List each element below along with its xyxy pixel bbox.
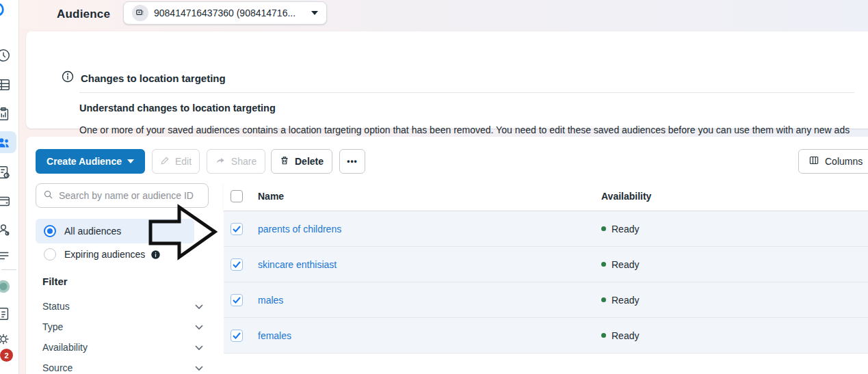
chevron-down-icon [195, 362, 203, 373]
chevron-down-icon [311, 11, 318, 15]
filter-source-label: Source [42, 362, 73, 373]
create-audience-button[interactable]: Create Audience [36, 149, 145, 174]
caret-down-icon [127, 159, 134, 163]
filter-availability[interactable]: Availability [42, 339, 203, 356]
audience-search[interactable] [36, 183, 209, 208]
columns-icon [808, 155, 819, 168]
reports-clipboard-icon[interactable] [0, 107, 12, 123]
info-circle-icon [62, 70, 74, 85]
column-header-availability[interactable]: Availability [601, 191, 868, 202]
trash-icon [280, 155, 289, 168]
radio-all-audiences-label: All audiences [64, 226, 121, 237]
radio-selected-icon [44, 225, 56, 237]
account-selector-value: 908414716437360 (908414716... [154, 8, 306, 18]
search-input[interactable] [59, 190, 201, 201]
delete-button[interactable]: Delete [271, 149, 332, 174]
banner-divider [79, 92, 854, 93]
more-options-button[interactable]: ••• [339, 149, 365, 174]
radio-expiring-audiences[interactable]: Expiring audiences [36, 242, 194, 267]
notes-document-icon[interactable] [0, 306, 12, 323]
columns-label: Columns [825, 156, 863, 167]
status-dot-icon [601, 297, 606, 302]
page-settings-icon[interactable] [0, 165, 12, 181]
account-selector-dropdown[interactable]: 908414716437360 (908414716... [123, 1, 327, 25]
share-label: Share [231, 156, 257, 167]
radio-all-audiences[interactable]: All audiences [36, 219, 194, 243]
filter-type[interactable]: Type [42, 319, 203, 335]
status-dot-icon [601, 226, 606, 231]
audience-name-link[interactable]: skincare enthisiast [258, 259, 337, 270]
banner-title: Changes to location targeting [81, 72, 226, 84]
search-icon [43, 189, 53, 202]
left-nav-rail: 2 [0, 0, 19, 374]
select-all-checkbox[interactable] [231, 190, 243, 202]
availability-status: Ready [611, 295, 639, 306]
radio-expiring-audiences-label: Expiring audiences [64, 249, 145, 260]
audience-name-link[interactable]: males [258, 295, 283, 306]
table-row[interactable]: males Ready [224, 282, 868, 318]
recent-clock-icon[interactable] [0, 48, 12, 64]
notification-badge[interactable]: 2 [0, 349, 13, 362]
edit-label: Edit [175, 156, 192, 167]
availability-status: Ready [611, 259, 639, 270]
top-header-band: Audience 908414716437360 (908414716... [19, 0, 868, 29]
audience-name-link[interactable]: parents of childrens [258, 224, 341, 235]
table-row[interactable]: females Ready [224, 318, 868, 353]
table-header: Name Availability [224, 182, 868, 211]
location-targeting-banner: Changes to location targeting Understand… [26, 31, 868, 129]
ad-account-icon [132, 5, 148, 21]
pencil-icon [160, 156, 170, 168]
info-filled-icon [150, 250, 161, 260]
table-row[interactable]: skincare enthisiast Ready [224, 247, 868, 282]
campaigns-table-icon[interactable] [0, 77, 12, 94]
row-checkbox-checked[interactable] [231, 223, 243, 235]
row-checkbox-checked[interactable] [231, 294, 243, 306]
chevron-down-icon [195, 321, 203, 332]
row-checkbox-checked[interactable] [231, 330, 243, 342]
filter-source[interactable]: Source [42, 360, 203, 374]
settings-gear-icon[interactable] [0, 332, 12, 348]
ellipsis-icon: ••• [347, 157, 358, 166]
chevron-down-icon [195, 301, 203, 312]
delete-label: Delete [295, 156, 324, 167]
availability-status: Ready [611, 330, 639, 341]
availability-status: Ready [611, 224, 639, 235]
row-checkbox-checked[interactable] [231, 258, 243, 271]
table-row[interactable]: parents of childrens Ready [224, 211, 868, 247]
filter-status[interactable]: Status [42, 298, 203, 315]
audiences-people-icon[interactable] [0, 135, 12, 152]
filter-status-label: Status [42, 301, 70, 312]
page-title: Audience [57, 0, 110, 29]
menu-lines-icon[interactable] [0, 248, 12, 265]
meta-logo-icon [0, 1, 12, 18]
filter-section-title: Filter [42, 276, 68, 287]
status-dot-icon [601, 333, 606, 338]
user-person-icon[interactable] [0, 222, 12, 239]
column-header-name[interactable]: Name [258, 191, 601, 202]
billing-wallet-icon[interactable] [0, 193, 12, 210]
status-dot-icon [601, 262, 606, 267]
banner-subtitle: Understand changes to location targeting [79, 103, 276, 113]
radio-unselected-icon [44, 248, 56, 261]
create-audience-label: Create Audience [47, 156, 122, 167]
audience-name-link[interactable]: females [258, 330, 291, 341]
edit-button[interactable]: Edit [152, 149, 200, 174]
share-arrow-icon [215, 156, 226, 168]
columns-button[interactable]: Columns [798, 149, 868, 174]
share-button[interactable]: Share [207, 149, 265, 174]
filter-availability-label: Availability [42, 342, 88, 353]
nav-divider [1, 269, 16, 270]
filter-type-label: Type [42, 321, 63, 332]
chevron-down-icon [195, 342, 203, 353]
help-circle-icon[interactable] [0, 279, 12, 295]
